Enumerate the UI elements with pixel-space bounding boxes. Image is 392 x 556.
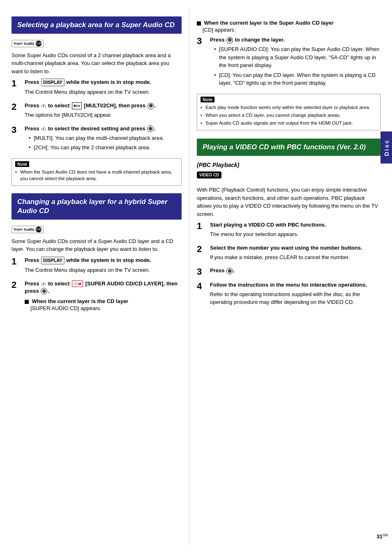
page: Selecting a playback area for a Super Au… (0, 0, 392, 556)
enter-btn: ⊕ (147, 125, 154, 132)
bullet-item: [SUPER AUDIO CD]: You can play the Super… (214, 45, 380, 70)
step1-title: Press DISPLAY while the system is in sto… (25, 257, 182, 264)
step1-body: The menu for your selection appears. (210, 230, 380, 239)
badge-audio-text: Audio (24, 42, 35, 46)
step2-title: Press ↑/↓ to select ■CH [MULTI/2CH], the… (25, 102, 182, 109)
note-item: Super Audio CD audio signals are not out… (201, 120, 377, 126)
step4-body: Refer to the operating instructions supp… (210, 290, 380, 306)
page-gb: GB (383, 533, 388, 537)
note-item: When the Super Audio CD does not have a … (15, 169, 178, 182)
display-icon-2: DISPLAY (41, 257, 65, 264)
step3-content: Press ⊕ to change the layer. [SUPER AUDI… (210, 36, 380, 90)
cd-layer-subsection: When the current layer is the CD layer [… (25, 298, 182, 311)
section2-step2: 2 Press ↑/↓ to select 💿⇄ [SUPER AUDIO CD… (12, 280, 182, 311)
display-icon-1: DISPLAY (41, 79, 65, 86)
bullet-item: [2CH]: You can play the 2 channel playba… (29, 144, 182, 152)
right-note: Note Each play mode function works only … (197, 94, 380, 130)
pbc-step1: 1 Start playing a VIDEO CD with PBC func… (197, 221, 380, 240)
section1-header: Selecting a playback area for a Super Au… (12, 16, 182, 34)
right-column: When the current layer is the Super Audi… (189, 8, 392, 548)
disc-tab: Disc (380, 132, 392, 164)
step4-title: Follow the instructions in the menu for … (210, 281, 380, 289)
video-cd-badge: VIDEO CD (197, 171, 221, 178)
step2-body: The options for [MULTI/2CH] appear. (25, 111, 182, 119)
subsection-body: [SUPER AUDIO CD] appears. (25, 305, 182, 311)
enter-btn: ⊕ (148, 103, 154, 109)
section1-note: Note When the Super Audio CD does not ha… (12, 158, 182, 186)
step-number: 2 (12, 102, 21, 112)
section2-header: Changing a playback layer for a hybrid S… (12, 193, 182, 220)
section3-intro: With PBC (Playback Control) functions, y… (197, 186, 380, 218)
step1-content: Start playing a VIDEO CD with PBC functi… (210, 221, 380, 240)
section3-header: Playing a VIDEO CD with PBC functions (V… (197, 139, 380, 156)
badge-super-text: Super (14, 42, 23, 45)
section3-title: Playing a VIDEO CD with PBC functions (V… (203, 143, 375, 152)
section2-title: Changing a playback layer for a hybrid S… (17, 197, 176, 215)
step1-content: Press DISPLAY while the system is in sto… (25, 257, 182, 276)
pbc-step3: 3 Press ⊕. (197, 267, 380, 277)
step-number: 3 (12, 125, 21, 135)
step3-title: Press ⊕ to change the layer. (210, 36, 380, 44)
step-number: 4 (197, 281, 206, 291)
step-number: 2 (197, 244, 206, 254)
note-item: When you select a CD layer, you cannot c… (201, 112, 377, 118)
section2-intro: Some Super Audio CDs consist of a Super … (12, 237, 182, 253)
square-bullet-icon (25, 300, 29, 304)
pbc-step2: 2 Select the item number you want using … (197, 244, 380, 263)
note-label: Note (201, 97, 214, 102)
left-column: Selecting a playback area for a Super Au… (0, 8, 189, 548)
step1-title: Start playing a VIDEO CD with PBC functi… (210, 221, 380, 229)
super-audio-badge-2: Super Audio CD (12, 226, 44, 233)
super-layer-subsection: When the current layer is the Super Audi… (197, 20, 380, 33)
step-number: 1 (197, 221, 206, 231)
pbc-step4: 4 Follow the instructions in the menu fo… (197, 281, 380, 308)
super-layer-label: When the current layer is the Super Audi… (197, 20, 380, 26)
updown-icon: ↑/↓ (41, 103, 46, 108)
step3-content: Press ↑/↓ to select the desired setting … (25, 125, 182, 154)
note-label: Note (15, 161, 29, 167)
multi-icon: ■CH (72, 102, 82, 109)
step-number: 3 (197, 267, 206, 277)
section1-step3: 3 Press ↑/↓ to select the desired settin… (12, 125, 182, 154)
step-number: 3 (197, 36, 206, 46)
step2-title: Select the item number you want using th… (210, 244, 380, 252)
badge-cd-circle: CD (36, 227, 42, 232)
step2-content: Press ↑/↓ to select 💿⇄ [SUPER AUDIO CD/C… (25, 280, 182, 311)
super-audio-badge-1: Super Audio CD (12, 40, 44, 47)
bullet-item: [CD]: You can play the CD layer. When th… (214, 71, 380, 87)
step2-title: Press ↑/↓ to select 💿⇄ [SUPER AUDIO CD/C… (25, 280, 182, 295)
step-number: 1 (12, 79, 21, 88)
step2-content: Select the item number you want using th… (210, 244, 380, 263)
subsection-label: When the current layer is the CD layer (25, 298, 182, 304)
enter-btn: ⊕ (226, 268, 233, 274)
bullet-item: [MULTI]: You can play the multi-channel … (29, 134, 182, 142)
page-number: 31GB (377, 533, 388, 540)
step3-content: Press ⊕. (210, 267, 380, 276)
updown-icon: ↑/↓ (41, 126, 46, 131)
section3-subtitle: (PBC Playback) (197, 162, 380, 168)
step1-body: The Control Menu display appears on the … (25, 266, 182, 274)
step3-bullets: [MULTI]: You can play the multi-channel … (29, 134, 182, 152)
section1-intro: Some Super Audio CDs consist of a 2 chan… (12, 51, 182, 76)
updown-icon: ↑/↓ (41, 281, 46, 286)
note-item: Each play mode function works only withi… (201, 104, 377, 111)
badge-super-text: Super (14, 227, 23, 231)
step3-title: Press ⊕. (210, 267, 380, 274)
section1-title: Selecting a playback area for a Super Au… (17, 21, 176, 30)
step-number: 1 (12, 257, 21, 266)
super-layer-body: [CD] appears. (197, 27, 380, 33)
step3-bullets: [SUPER AUDIO CD]: You can play the Super… (214, 45, 380, 87)
step1-body: The Control Menu display appears on the … (25, 88, 182, 96)
step2-body: If you make a mistake, press CLEAR to ca… (210, 253, 380, 262)
section1-step2: 2 Press ↑/↓ to select ■CH [MULTI/2CH], t… (12, 102, 182, 121)
section1-step1: 1 Press DISPLAY while the system is in s… (12, 79, 182, 98)
step2-content: Press ↑/↓ to select ■CH [MULTI/2CH], the… (25, 102, 182, 121)
step-number: 2 (12, 280, 21, 290)
badge-audio-text: Audio (24, 227, 35, 232)
enter-btn: ⊕ (41, 288, 47, 294)
badge-cd-circle: CD (36, 41, 42, 46)
square-bullet-icon (197, 21, 201, 25)
note-list: Each play mode function works only withi… (201, 104, 377, 126)
step3-title: Press ↑/↓ to select the desired setting … (25, 125, 182, 132)
step1-content: Press DISPLAY while the system is in sto… (25, 79, 182, 98)
